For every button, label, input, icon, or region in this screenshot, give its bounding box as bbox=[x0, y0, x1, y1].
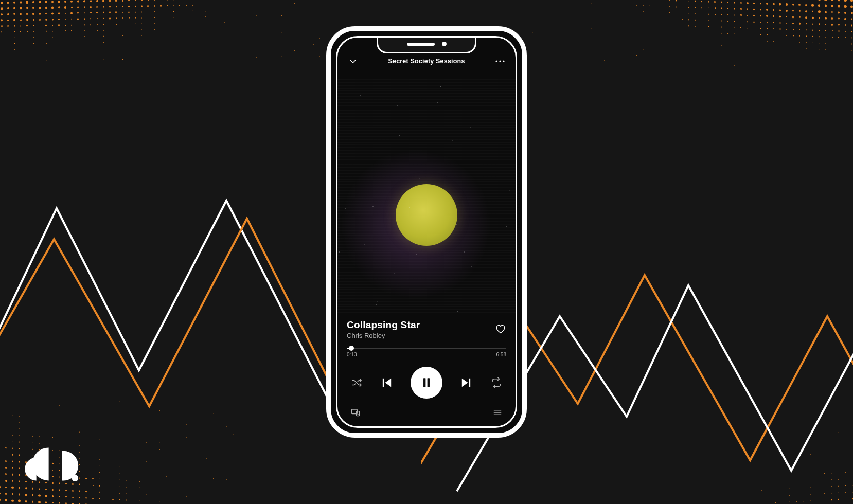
halftone-top-left bbox=[0, 0, 329, 65]
halftone-bottom-right bbox=[688, 427, 853, 504]
music-player-screen: Secret Society Sessions Collapsing Star … bbox=[337, 38, 516, 426]
queue-icon[interactable] bbox=[492, 407, 503, 418]
track-text: Collapsing Star Chris Robley bbox=[347, 319, 420, 339]
phone-notch bbox=[377, 37, 476, 53]
track-info-row: Collapsing Star Chris Robley bbox=[347, 319, 506, 339]
artwork-star bbox=[396, 184, 457, 246]
track-title: Collapsing Star bbox=[347, 319, 420, 331]
previous-icon[interactable] bbox=[378, 374, 396, 391]
heart-icon[interactable] bbox=[495, 323, 506, 335]
phone-camera bbox=[442, 42, 447, 46]
phone-screen-bezel: Secret Society Sessions Collapsing Star … bbox=[336, 36, 517, 428]
phone-speaker bbox=[407, 43, 435, 46]
pause-icon[interactable] bbox=[411, 367, 442, 399]
phone-frame: Secret Society Sessions Collapsing Star … bbox=[326, 26, 527, 438]
svg-rect-7 bbox=[469, 379, 470, 387]
context-title: Secret Society Sessions bbox=[388, 58, 465, 65]
halftone-top-right bbox=[503, 0, 853, 74]
svg-point-1 bbox=[495, 60, 497, 62]
track-artist: Chris Robley bbox=[347, 332, 420, 339]
chevron-down-icon[interactable] bbox=[347, 57, 359, 66]
svg-point-10 bbox=[358, 414, 358, 415]
devices-icon[interactable] bbox=[350, 407, 361, 418]
svg-rect-5 bbox=[423, 378, 425, 387]
svg-point-3 bbox=[503, 60, 504, 62]
progress-section: 0:13 -6:58 bbox=[347, 348, 506, 357]
shuffle-icon[interactable] bbox=[350, 376, 363, 389]
svg-point-0 bbox=[72, 475, 78, 481]
secondary-controls bbox=[350, 407, 503, 418]
svg-rect-6 bbox=[428, 378, 430, 387]
next-icon[interactable] bbox=[457, 374, 475, 391]
svg-point-2 bbox=[499, 60, 501, 62]
progress-bar[interactable] bbox=[347, 348, 506, 349]
cd-baby-logo bbox=[23, 444, 90, 485]
more-icon[interactable] bbox=[494, 60, 506, 62]
zigzag-left bbox=[0, 180, 355, 447]
progress-thumb[interactable] bbox=[349, 346, 354, 351]
repeat-icon[interactable] bbox=[490, 376, 503, 389]
transport-controls bbox=[350, 367, 503, 399]
time-elapsed: 0:13 bbox=[347, 352, 357, 357]
time-remaining: -6:58 bbox=[494, 352, 506, 357]
time-labels: 0:13 -6:58 bbox=[347, 352, 506, 357]
svg-rect-4 bbox=[383, 379, 384, 387]
canvas-artwork bbox=[337, 78, 516, 314]
